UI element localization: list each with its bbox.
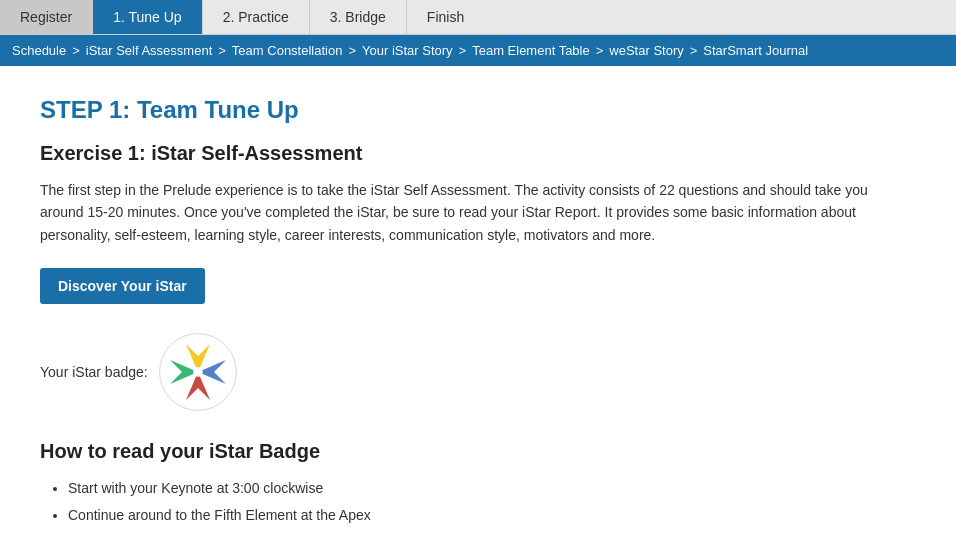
discover-istar-button[interactable]: Discover Your iStar [40, 268, 205, 304]
breadcrumb-element-table[interactable]: Team Element Table [472, 43, 590, 58]
step-practice[interactable]: 2. Practice [203, 0, 310, 34]
bullet-item-2: Continue around to the Fifth Element at … [68, 502, 916, 529]
how-to-title: How to read your iStar Badge [40, 440, 916, 463]
badge-label: Your iStar badge: [40, 364, 148, 380]
step-tune-up[interactable]: 1. Tune Up [93, 0, 203, 34]
istar-badge-icon [158, 332, 238, 412]
step-bridge[interactable]: 3. Bridge [310, 0, 407, 34]
breadcrumb-sep-1: > [72, 43, 80, 58]
breadcrumb-sep-5: > [596, 43, 604, 58]
breadcrumb-schedule[interactable]: Schedule [12, 43, 66, 58]
svg-point-5 [193, 367, 203, 377]
breadcrumb-sep-4: > [459, 43, 467, 58]
breadcrumb-story[interactable]: Your iStar Story [362, 43, 453, 58]
badge-section: Your iStar badge: [40, 332, 916, 412]
breadcrumb-sep-3: > [348, 43, 356, 58]
breadcrumb-istar[interactable]: iStar Self Assessment [86, 43, 212, 58]
steps-nav: Register 1. Tune Up 2. Practice 3. Bridg… [0, 0, 956, 35]
breadcrumb-starsmart[interactable]: StarSmart Journal [703, 43, 808, 58]
breadcrumb-westar[interactable]: weStar Story [609, 43, 683, 58]
main-content: STEP 1: Team Tune Up Exercise 1: iStar S… [0, 66, 956, 557]
bullet-item-1: Start with your Keynote at 3:00 clockwis… [68, 475, 916, 502]
step-register[interactable]: Register [0, 0, 93, 34]
breadcrumb-sep-6: > [690, 43, 698, 58]
breadcrumb-nav: Schedule > iStar Self Assessment > Team … [0, 35, 956, 66]
bullet-list: Start with your Keynote at 3:00 clockwis… [40, 475, 916, 528]
step-finish[interactable]: Finish [407, 0, 484, 34]
breadcrumb-constellation[interactable]: Team Constellation [232, 43, 343, 58]
exercise-title: Exercise 1: iStar Self-Assessment [40, 142, 916, 165]
breadcrumb-sep-2: > [218, 43, 226, 58]
page-title: STEP 1: Team Tune Up [40, 96, 916, 124]
description-text: The first step in the Prelude experience… [40, 179, 900, 246]
